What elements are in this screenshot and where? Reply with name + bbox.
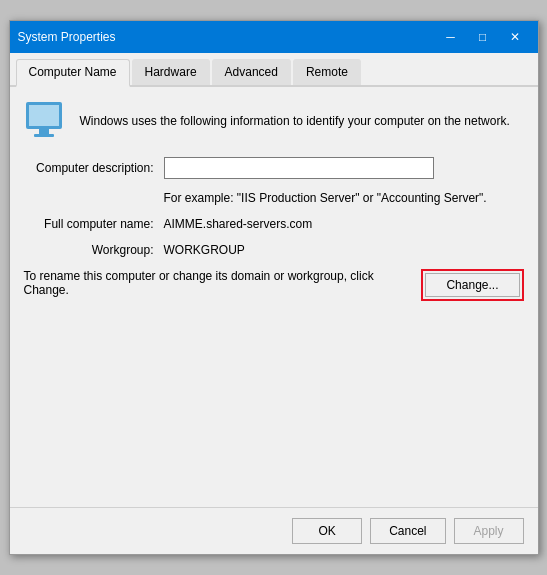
content-area: Windows uses the following information t… bbox=[10, 87, 538, 507]
apply-button[interactable]: Apply bbox=[454, 518, 524, 544]
tab-advanced[interactable]: Advanced bbox=[212, 59, 291, 85]
cancel-button[interactable]: Cancel bbox=[370, 518, 445, 544]
description-label: Computer description: bbox=[24, 161, 164, 175]
info-text: Windows uses the following information t… bbox=[80, 114, 510, 128]
workgroup-value: WORKGROUP bbox=[164, 243, 245, 257]
description-row: Computer description: bbox=[24, 157, 524, 179]
info-banner: Windows uses the following information t… bbox=[24, 101, 524, 141]
tab-computer-name[interactable]: Computer Name bbox=[16, 59, 130, 87]
window-title: System Properties bbox=[18, 30, 116, 44]
workgroup-row: Workgroup: WORKGROUP bbox=[24, 243, 524, 257]
minimize-button[interactable]: ─ bbox=[436, 27, 466, 47]
change-button-wrapper: Change... bbox=[421, 269, 523, 301]
title-bar: System Properties ─ □ ✕ bbox=[10, 21, 538, 53]
workgroup-label: Workgroup: bbox=[24, 243, 164, 257]
svg-rect-3 bbox=[34, 134, 54, 137]
full-name-label: Full computer name: bbox=[24, 217, 164, 231]
computer-icon bbox=[24, 101, 68, 141]
tab-hardware[interactable]: Hardware bbox=[132, 59, 210, 85]
window-controls: ─ □ ✕ bbox=[436, 27, 530, 47]
svg-rect-1 bbox=[29, 105, 59, 126]
svg-rect-2 bbox=[39, 129, 49, 134]
footer: OK Cancel Apply bbox=[10, 507, 538, 554]
change-button[interactable]: Change... bbox=[425, 273, 519, 297]
change-description-text: To rename this computer or change its do… bbox=[24, 269, 422, 297]
tab-remote[interactable]: Remote bbox=[293, 59, 361, 85]
full-name-value: AIMME.shared-servers.com bbox=[164, 217, 313, 231]
ok-button[interactable]: OK bbox=[292, 518, 362, 544]
change-row: To rename this computer or change its do… bbox=[24, 269, 524, 301]
tab-bar: Computer Name Hardware Advanced Remote bbox=[10, 53, 538, 87]
maximize-button[interactable]: □ bbox=[468, 27, 498, 47]
system-properties-window: System Properties ─ □ ✕ Computer Name Ha… bbox=[9, 20, 539, 555]
hint-text: For example: "IIS Production Server" or … bbox=[164, 191, 524, 205]
close-button[interactable]: ✕ bbox=[500, 27, 530, 47]
description-input[interactable] bbox=[164, 157, 434, 179]
full-name-row: Full computer name: AIMME.shared-servers… bbox=[24, 217, 524, 231]
